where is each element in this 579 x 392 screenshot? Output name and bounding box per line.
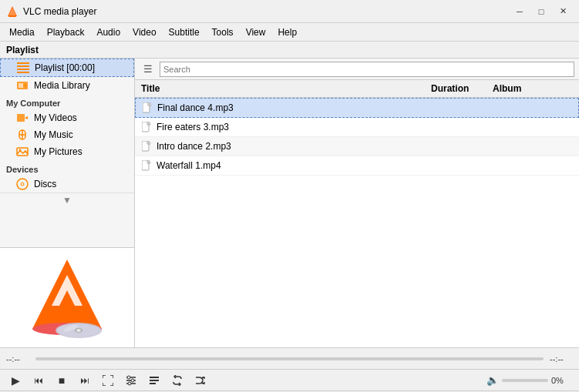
extended-settings-button[interactable] bbox=[120, 371, 142, 390]
menu-video[interactable]: Video bbox=[126, 23, 162, 41]
seek-time-right: --:-- bbox=[550, 354, 573, 364]
table-row[interactable]: Intro dance 2.mp3 bbox=[135, 137, 579, 156]
sidebar-my-pictures-label: My Pictures bbox=[34, 146, 82, 157]
svg-rect-10 bbox=[17, 114, 25, 122]
next-chapter-button[interactable]: ⏭ bbox=[74, 371, 96, 390]
main-container: Playlist [00:00] Media Library My Comput… bbox=[0, 59, 579, 347]
table-row[interactable]: Waterfall 1.mp4 bbox=[135, 156, 579, 176]
file-icon bbox=[141, 140, 152, 152]
sidebar-item-playlist[interactable]: Playlist [00:00] bbox=[0, 59, 134, 77]
svg-rect-45 bbox=[150, 383, 156, 384]
svg-point-42 bbox=[128, 382, 131, 385]
col-header-album: Album bbox=[486, 80, 579, 97]
svg-rect-29 bbox=[143, 102, 150, 112]
row-title: Waterfall 1.mp4 bbox=[135, 156, 425, 175]
sidebar: Playlist [00:00] Media Library My Comput… bbox=[0, 59, 135, 347]
random-button[interactable] bbox=[190, 371, 211, 390]
svg-marker-30 bbox=[150, 102, 151, 106]
menubar: Media Playback Audio Video Subtitle Tool… bbox=[0, 23, 579, 42]
sidebar-item-my-videos[interactable]: My Videos bbox=[0, 109, 134, 126]
table-row[interactable]: Fire eaters 3.mp3 bbox=[135, 118, 579, 137]
volume-slider[interactable] bbox=[502, 379, 548, 382]
sidebar-my-videos-label: My Videos bbox=[34, 112, 77, 123]
vlc-titlebar-icon bbox=[6, 5, 19, 18]
row-title: Intro dance 2.mp3 bbox=[135, 137, 425, 156]
volume-area: 🔈 0% bbox=[486, 374, 574, 386]
playlist-button[interactable] bbox=[143, 371, 165, 390]
svg-marker-34 bbox=[149, 141, 150, 144]
svg-rect-43 bbox=[150, 377, 159, 378]
svg-point-27 bbox=[76, 329, 81, 332]
svg-point-19 bbox=[22, 183, 23, 185]
sidebar-scroll-down[interactable]: ▼ bbox=[0, 193, 134, 206]
vlc-cone bbox=[21, 256, 113, 340]
svg-point-40 bbox=[127, 376, 130, 379]
close-button[interactable]: ✕ bbox=[553, 4, 573, 19]
row-album bbox=[486, 105, 578, 111]
playlist-icon bbox=[16, 62, 30, 74]
controls-bar: ▶ ⏮ ■ ⏭ bbox=[0, 369, 579, 390]
menu-help[interactable]: Help bbox=[271, 23, 303, 41]
my-videos-icon bbox=[15, 112, 29, 124]
row-album bbox=[486, 124, 579, 130]
row-album bbox=[486, 162, 579, 169]
discs-icon bbox=[15, 178, 29, 190]
menu-tools[interactable]: Tools bbox=[206, 23, 240, 41]
svg-rect-33 bbox=[142, 141, 149, 151]
playlist-header-label: Playlist bbox=[6, 45, 39, 55]
seek-bar[interactable] bbox=[35, 357, 544, 360]
volume-icon[interactable]: 🔈 bbox=[486, 374, 499, 386]
table-row[interactable]: Final dance 4.mp3 bbox=[135, 98, 579, 118]
window-title: VLC media player bbox=[23, 6, 510, 17]
sidebar-item-my-pictures[interactable]: My Pictures bbox=[0, 143, 134, 160]
sidebar-item-media-library[interactable]: Media Library bbox=[0, 77, 134, 94]
svg-marker-1 bbox=[8, 8, 16, 15]
svg-point-41 bbox=[131, 379, 134, 382]
row-duration bbox=[424, 105, 486, 111]
file-icon bbox=[141, 159, 152, 172]
prev-chapter-button[interactable]: ⏮ bbox=[28, 371, 49, 390]
row-title: Final dance 4.mp3 bbox=[136, 99, 424, 117]
svg-marker-36 bbox=[149, 160, 150, 163]
menu-media[interactable]: Media bbox=[3, 23, 41, 41]
maximize-button[interactable]: □ bbox=[531, 4, 551, 19]
svg-marker-11 bbox=[25, 116, 28, 119]
media-library-icon bbox=[15, 79, 29, 92]
svg-marker-32 bbox=[149, 122, 150, 125]
sidebar-section-my-computer: My Computer bbox=[0, 94, 134, 109]
menu-view[interactable]: View bbox=[240, 23, 272, 41]
loop-button[interactable] bbox=[167, 371, 188, 390]
sidebar-section-devices: Devices bbox=[0, 160, 134, 176]
col-header-title: Title bbox=[135, 80, 425, 97]
seek-time-left: --:-- bbox=[6, 354, 29, 364]
file-icon bbox=[141, 121, 152, 133]
playlist-view-button[interactable]: ☰ bbox=[140, 61, 157, 78]
search-input[interactable] bbox=[160, 62, 574, 77]
file-icon bbox=[142, 102, 153, 114]
sidebar-discs-label: Discs bbox=[34, 179, 56, 189]
fullscreen-button[interactable] bbox=[97, 371, 119, 390]
svg-rect-44 bbox=[150, 380, 159, 381]
svg-rect-6 bbox=[17, 72, 29, 73]
playlist-table: Title Duration Album Final dance 4.mp3 bbox=[135, 80, 579, 347]
menu-playback[interactable]: Playback bbox=[41, 23, 91, 41]
svg-rect-4 bbox=[17, 65, 29, 67]
sidebar-playlist-label: Playlist [00:00] bbox=[35, 62, 95, 73]
titlebar: VLC media player ─ □ ✕ bbox=[0, 0, 579, 23]
row-title: Fire eaters 3.mp3 bbox=[135, 118, 425, 136]
sidebar-item-discs[interactable]: Discs bbox=[0, 176, 134, 193]
window-controls: ─ □ ✕ bbox=[510, 4, 573, 19]
stop-button[interactable]: ■ bbox=[51, 371, 72, 390]
menu-audio[interactable]: Audio bbox=[90, 23, 126, 41]
minimize-button[interactable]: ─ bbox=[510, 4, 530, 19]
sidebar-media-library-label: Media Library bbox=[34, 80, 90, 91]
sidebar-item-my-music[interactable]: My Music bbox=[0, 126, 134, 143]
svg-rect-2 bbox=[8, 15, 16, 17]
row-duration bbox=[425, 124, 486, 130]
menu-subtitle[interactable]: Subtitle bbox=[163, 23, 206, 41]
table-header: Title Duration Album bbox=[135, 80, 579, 98]
svg-rect-8 bbox=[19, 83, 23, 88]
playlist-toolbar: ☰ bbox=[135, 59, 579, 80]
svg-rect-3 bbox=[17, 62, 29, 64]
play-button[interactable]: ▶ bbox=[5, 371, 26, 390]
